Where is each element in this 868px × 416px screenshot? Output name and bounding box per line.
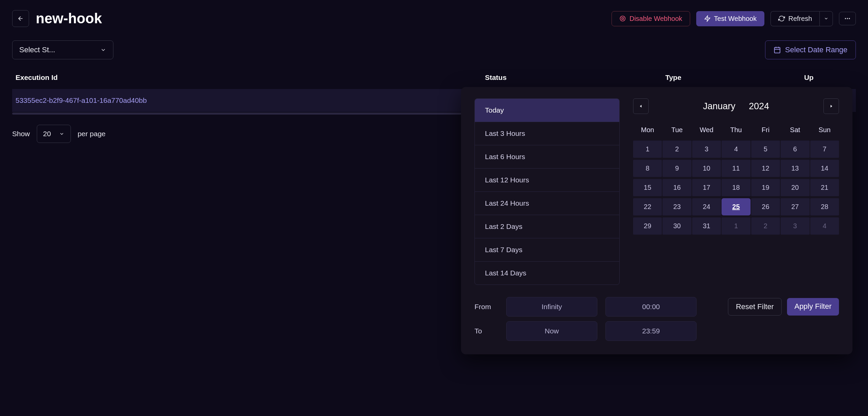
status-select-value: Select St...	[19, 46, 90, 54]
calendar-day[interactable]: 14	[810, 160, 839, 177]
preset-item[interactable]: Last 7 Days	[475, 238, 619, 262]
next-month-button[interactable]	[823, 98, 839, 114]
refresh-dropdown-toggle[interactable]	[819, 11, 833, 26]
execution-id-link[interactable]: 53355ec2-b2f9-467f-a101-16a770ad40bb	[16, 96, 147, 104]
date-range-popover: TodayLast 3 HoursLast 6 HoursLast 12 Hou…	[461, 87, 852, 354]
svg-point-4	[849, 18, 850, 19]
svg-point-0	[620, 16, 625, 21]
triangle-right-icon	[829, 104, 833, 108]
calendar-day[interactable]: 17	[692, 179, 721, 196]
calendar-day[interactable]: 1	[722, 217, 750, 235]
prev-month-button[interactable]	[633, 98, 649, 114]
calendar-day[interactable]: 3	[781, 217, 809, 235]
svg-point-3	[847, 18, 848, 19]
calendar-day[interactable]: 26	[751, 198, 780, 215]
calendar-day[interactable]: 23	[662, 198, 691, 215]
preset-list: TodayLast 3 HoursLast 6 HoursLast 12 Hou…	[474, 98, 620, 285]
calendar-month: January	[703, 101, 735, 112]
calendar-day[interactable]: 27	[781, 198, 809, 215]
calendar-day[interactable]: 29	[633, 217, 662, 235]
chevron-down-icon	[59, 131, 64, 137]
calendar-icon	[774, 46, 781, 54]
calendar-day[interactable]: 19	[751, 179, 780, 196]
calendar-day[interactable]: 2	[751, 217, 780, 235]
apply-filter-button[interactable]: Apply Filter	[787, 298, 839, 316]
preset-item[interactable]: Last 2 Days	[475, 215, 619, 238]
calendar-dow: Thu	[722, 123, 750, 139]
calendar-day[interactable]: 5	[751, 141, 780, 158]
calendar-day[interactable]: 16	[662, 179, 691, 196]
chevron-down-icon	[824, 16, 829, 21]
arrow-left-icon	[17, 15, 24, 22]
col-execution-id: Execution Id	[12, 66, 482, 89]
page-size-value: 20	[43, 130, 51, 138]
calendar-day[interactable]: 21	[810, 179, 839, 196]
calendar-day[interactable]: 15	[633, 179, 662, 196]
calendar-day[interactable]: 1	[633, 141, 662, 158]
preset-item[interactable]: Today	[475, 99, 619, 122]
preset-item[interactable]: Last 3 Hours	[475, 122, 619, 145]
triangle-left-icon	[639, 104, 643, 108]
from-date-input[interactable]: Infinity	[506, 297, 597, 317]
calendar-day[interactable]: 10	[692, 160, 721, 177]
svg-point-2	[845, 18, 846, 19]
calendar-day[interactable]: 13	[781, 160, 809, 177]
calendar-dow: Tue	[662, 123, 691, 139]
disable-webhook-button[interactable]: Disable Webhook	[612, 11, 690, 26]
calendar-day[interactable]: 20	[781, 179, 809, 196]
preset-item[interactable]: Last 6 Hours	[475, 145, 619, 169]
more-actions-button[interactable]	[839, 12, 856, 25]
calendar-day[interactable]: 28	[810, 198, 839, 215]
show-label: Show	[12, 130, 30, 138]
refresh-button[interactable]: Refresh	[770, 11, 819, 26]
back-button[interactable]	[12, 10, 29, 27]
calendar-day[interactable]: 11	[722, 160, 750, 177]
calendar-day[interactable]: 4	[722, 141, 750, 158]
calendar-day[interactable]: 25	[722, 198, 750, 215]
calendar-day[interactable]: 24	[692, 198, 721, 215]
calendar-day[interactable]: 2	[662, 141, 691, 158]
svg-rect-1	[622, 18, 624, 20]
to-time-input[interactable]: 23:59	[605, 321, 697, 341]
calendar-day[interactable]: 6	[781, 141, 809, 158]
test-webhook-button[interactable]: Test Webhook	[696, 11, 764, 26]
select-date-range-label: Select Date Range	[785, 46, 847, 54]
calendar-dow: Sun	[810, 123, 839, 139]
col-status: Status	[482, 66, 662, 89]
refresh-label: Refresh	[788, 15, 812, 23]
calendar-day[interactable]: 31	[692, 217, 721, 235]
page-size-select[interactable]: 20	[37, 125, 71, 143]
select-date-range-button[interactable]: Select Date Range	[765, 40, 856, 59]
calendar-dow: Mon	[633, 123, 662, 139]
calendar-day[interactable]: 3	[692, 141, 721, 158]
calendar-day[interactable]: 9	[662, 160, 691, 177]
refresh-icon	[778, 15, 785, 22]
col-type: Type	[662, 66, 801, 89]
svg-rect-5	[775, 48, 780, 53]
from-time-input[interactable]: 00:00	[605, 297, 697, 317]
page-title: new-hook	[36, 10, 102, 27]
calendar-dow: Wed	[692, 123, 721, 139]
to-date-input[interactable]: Now	[506, 321, 597, 341]
calendar-year: 2024	[749, 101, 769, 112]
calendar-dow: Fri	[751, 123, 780, 139]
calendar-day[interactable]: 22	[633, 198, 662, 215]
calendar-day[interactable]: 8	[633, 160, 662, 177]
preset-item[interactable]: Last 14 Days	[475, 262, 619, 285]
calendar-day[interactable]: 18	[722, 179, 750, 196]
more-horizontal-icon	[844, 15, 851, 22]
preset-item[interactable]: Last 12 Hours	[475, 169, 619, 192]
from-label: From	[474, 303, 498, 311]
preset-item[interactable]: Last 24 Hours	[475, 192, 619, 215]
status-select[interactable]: Select St...	[12, 40, 113, 59]
reset-filter-button[interactable]: Reset Filter	[728, 298, 781, 316]
calendar-day[interactable]: 12	[751, 160, 780, 177]
disable-webhook-label: Disable Webhook	[629, 15, 682, 23]
calendar-day[interactable]: 4	[810, 217, 839, 235]
calendar-dow: Sat	[781, 123, 809, 139]
col-up: Up	[801, 66, 856, 89]
table-header-row: Execution Id Status Type Up	[12, 66, 856, 89]
calendar-day[interactable]: 7	[810, 141, 839, 158]
to-label: To	[474, 327, 498, 335]
calendar-day[interactable]: 30	[662, 217, 691, 235]
